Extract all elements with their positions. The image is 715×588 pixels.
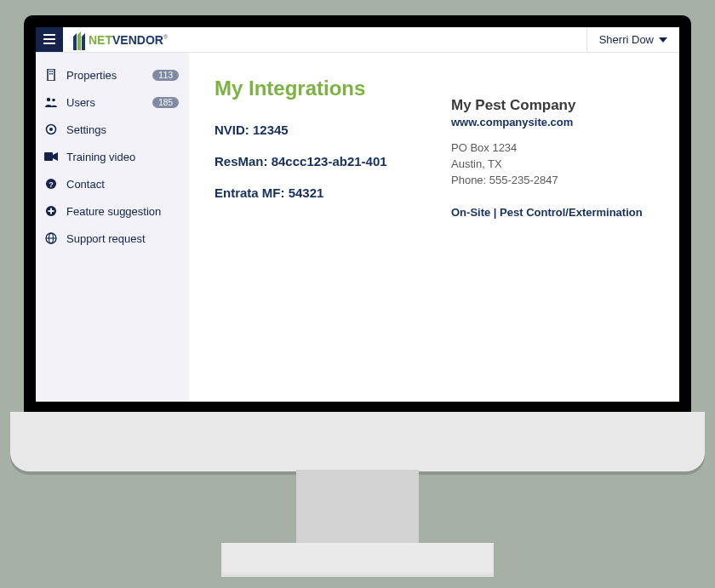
user-menu[interactable]: Sherri Dow (586, 27, 679, 52)
sidebar-item-label: Settings (66, 123, 179, 136)
trademark-icon: ® (163, 34, 168, 40)
svg-marker-4 (77, 31, 81, 50)
company-address-line2: Austin, TX (451, 157, 654, 173)
sidebar-item-properties[interactable]: Properties 113 (36, 61, 189, 88)
sidebar: Properties 113 Users 185 Settings (36, 53, 189, 402)
svg-rect-9 (49, 73, 51, 75)
globe-icon (44, 231, 58, 245)
logo-text-part2: VENDOR (112, 33, 163, 47)
svg-rect-8 (52, 71, 54, 72)
svg-rect-10 (52, 73, 54, 75)
monitor-frame: NETVENDOR® Sherri Dow Properties 113 (24, 15, 691, 414)
building-icon (44, 68, 58, 82)
sidebar-item-label: Support request (66, 232, 179, 245)
company-column: My Pest Company www.companysite.com PO B… (451, 77, 654, 219)
user-name: Sherri Dow (599, 33, 654, 46)
sidebar-item-settings[interactable]: Settings (36, 116, 189, 143)
sidebar-item-users[interactable]: Users 185 (36, 88, 189, 116)
plus-circle-icon (44, 204, 58, 218)
sidebar-item-feature[interactable]: Feature suggestion (36, 197, 189, 225)
svg-text:?: ? (49, 180, 54, 189)
company-category: On-Site | Pest Control/Extermination (451, 206, 654, 219)
app-screen: NETVENDOR® Sherri Dow Properties 113 (36, 27, 679, 402)
svg-rect-0 (43, 34, 55, 36)
monitor-base (221, 543, 494, 577)
gear-icon (44, 123, 58, 136)
svg-rect-15 (44, 152, 53, 161)
monitor-bezel-bottom (10, 412, 705, 471)
sidebar-item-label: Feature suggestion (66, 205, 179, 218)
svg-point-11 (47, 98, 50, 101)
main-content: My Integrations NVID: 12345 ResMan: 84cc… (189, 53, 679, 402)
question-icon: ? (44, 177, 58, 191)
sidebar-item-label: Properties (66, 69, 144, 82)
svg-rect-7 (49, 71, 51, 72)
sidebar-item-support[interactable]: Support request (36, 225, 189, 252)
svg-marker-3 (73, 33, 77, 50)
logo-text-part1: NET (89, 33, 112, 47)
hamburger-button[interactable] (36, 27, 63, 52)
svg-rect-21 (49, 210, 54, 212)
integration-resman: ResMan: 84ccc123-ab21-401 (214, 154, 417, 168)
hamburger-icon (43, 33, 55, 47)
svg-point-12 (52, 99, 55, 102)
users-icon (44, 95, 58, 109)
topbar: NETVENDOR® Sherri Dow (36, 27, 679, 53)
sidebar-item-label: Contact (66, 178, 179, 191)
svg-rect-6 (48, 69, 54, 81)
sidebar-item-label: Users (66, 96, 144, 109)
badge-count: 185 (152, 97, 179, 108)
company-website[interactable]: www.companysite.com (451, 116, 654, 128)
svg-rect-1 (43, 38, 55, 40)
integration-entrata: Entrata MF: 54321 (214, 186, 417, 200)
integration-nvid: NVID: 12345 (214, 123, 417, 137)
company-address-line1: PO Box 1234 (451, 140, 654, 157)
sidebar-item-training[interactable]: Training video (36, 143, 189, 170)
company-address-block: PO Box 1234 Austin, TX Phone: 555-235-28… (451, 140, 654, 189)
logo-text: NETVENDOR® (89, 33, 168, 47)
integrations-column: My Integrations NVID: 12345 ResMan: 84cc… (214, 77, 417, 217)
company-name: My Pest Company (451, 97, 654, 114)
logo-mark-icon (72, 31, 85, 49)
sidebar-item-label: Training video (66, 151, 179, 163)
svg-rect-2 (43, 43, 55, 44)
company-phone: Phone: 555-235-2847 (451, 173, 654, 189)
monitor-neck (296, 470, 419, 546)
video-icon (44, 150, 58, 163)
chevron-down-icon (659, 35, 667, 44)
svg-point-14 (49, 128, 53, 131)
badge-count: 113 (152, 70, 179, 81)
logo: NETVENDOR® (63, 27, 176, 52)
svg-marker-16 (53, 152, 58, 161)
sidebar-item-contact[interactable]: ? Contact (36, 170, 189, 197)
page-title: My Integrations (214, 77, 417, 100)
svg-marker-5 (82, 33, 85, 50)
body-area: Properties 113 Users 185 Settings (36, 53, 679, 402)
